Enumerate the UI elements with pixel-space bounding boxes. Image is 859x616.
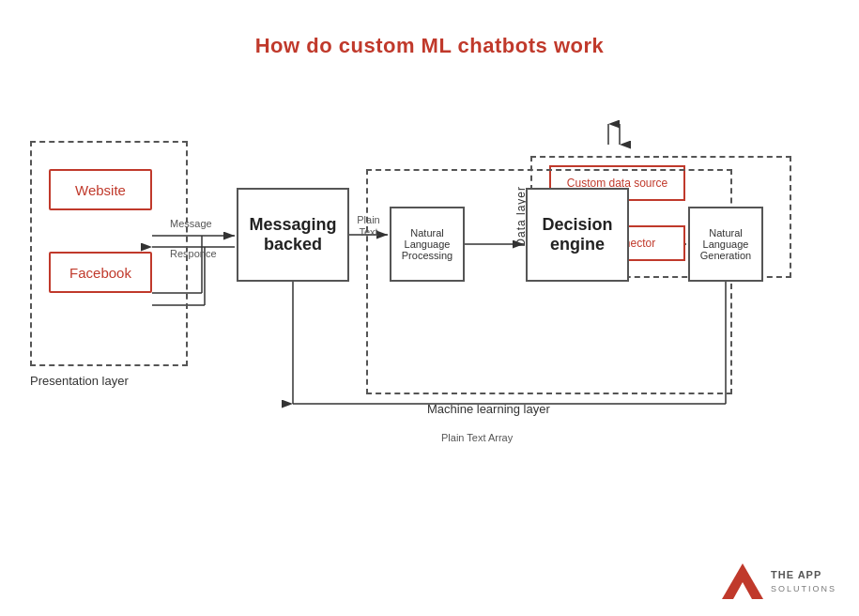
website-box: Website (49, 169, 152, 210)
nlg-box: Natural Language Generation (688, 207, 763, 282)
nlp-box: Natural Language Processing (390, 207, 465, 282)
presentation-layer-label: Presentation layer (30, 374, 129, 388)
ml-layer-label: Machine learning layer (427, 402, 550, 416)
plain-text-array-label: Plain Text Array (441, 432, 513, 443)
logo-triangle-icon (722, 563, 763, 599)
logo-text: THE APP SOLUTIONS (771, 567, 836, 595)
facebook-box: Facebook (49, 252, 152, 293)
diagram: Message Responce Plain Text Plain Text A… (0, 75, 859, 616)
decision-engine-box: Decision engine (526, 188, 629, 282)
logo: THE APP SOLUTIONS (722, 563, 836, 599)
messaging-box: Messaging backed (237, 188, 349, 282)
page-title: How do custom ML chatbots work (0, 0, 859, 58)
